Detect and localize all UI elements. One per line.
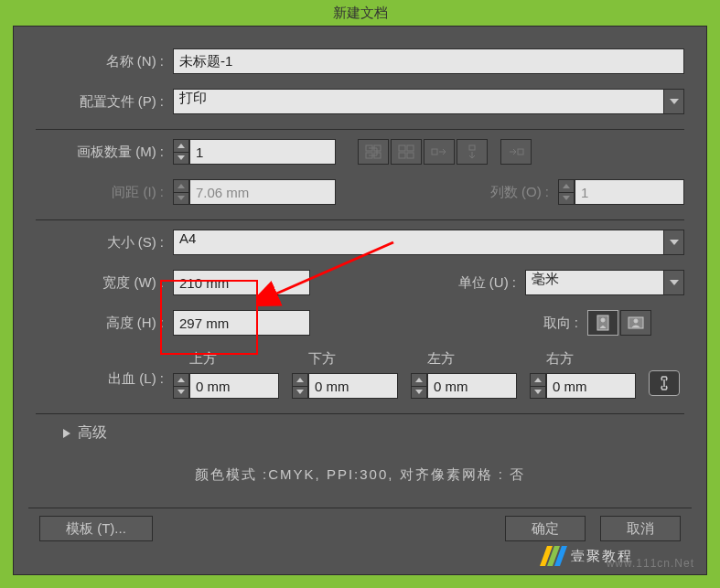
chevron-down-icon[interactable] xyxy=(664,270,684,295)
svg-marker-19 xyxy=(670,280,679,285)
color-mode-info: 颜色模式 :CMYK, PPI:300, 对齐像素网格 : 否 xyxy=(36,459,684,500)
svg-marker-18 xyxy=(670,240,679,245)
layout-grid2-icon[interactable] xyxy=(391,139,422,165)
svg-rect-11 xyxy=(432,149,437,155)
svg-marker-24 xyxy=(177,378,185,382)
svg-rect-13 xyxy=(518,149,523,155)
svg-marker-0 xyxy=(670,99,679,104)
svg-rect-10 xyxy=(407,153,414,158)
svg-rect-7 xyxy=(399,145,405,151)
artboards-label: 画板数量 (M) : xyxy=(36,144,173,161)
layout-row-icon[interactable] xyxy=(424,139,455,165)
columns-spinner[interactable] xyxy=(558,179,575,205)
artboards-spinner[interactable] xyxy=(173,139,189,165)
svg-point-23 xyxy=(634,319,638,323)
landscape-icon[interactable] xyxy=(620,310,651,336)
svg-marker-26 xyxy=(296,378,304,382)
width-row: 宽度 (W) : 单位 (U) : 毫米 xyxy=(36,270,684,295)
svg-marker-14 xyxy=(177,184,185,188)
link-bleed-icon[interactable] xyxy=(649,370,680,396)
profile-row: 配置文件 (P) : 打印 xyxy=(36,89,684,114)
name-input[interactable] xyxy=(173,48,684,74)
bleed-bottom-spinner[interactable] xyxy=(292,373,308,399)
bleed-top-input[interactable] xyxy=(189,373,279,399)
svg-marker-2 xyxy=(177,155,185,160)
svg-marker-29 xyxy=(415,390,423,394)
svg-marker-27 xyxy=(296,390,304,394)
columns-input[interactable] xyxy=(575,179,684,205)
svg-marker-28 xyxy=(415,378,423,382)
svg-point-21 xyxy=(601,318,605,322)
bleed-bottom-label: 下方 xyxy=(292,350,398,368)
spacing-input[interactable] xyxy=(189,179,336,205)
bleed-row: 出血 (L) : 上方 下方 xyxy=(36,350,684,399)
svg-rect-9 xyxy=(399,153,405,158)
width-input[interactable] xyxy=(173,270,310,295)
height-row: 高度 (H) : 取向 : xyxy=(36,310,684,336)
portrait-icon[interactable] xyxy=(587,310,618,336)
dialog-title: 新建文档 xyxy=(0,0,720,26)
watermark-url: www.111cn.Net xyxy=(607,557,694,570)
spacing-row: 间距 (I) : 列数 (O) : xyxy=(36,179,684,205)
svg-marker-32 xyxy=(63,429,70,438)
cancel-button[interactable]: 取消 xyxy=(600,516,681,541)
template-button[interactable]: 模板 (T)... xyxy=(39,516,153,541)
height-label: 高度 (H) : xyxy=(36,315,173,332)
size-label: 大小 (S) : xyxy=(36,234,173,251)
columns-label: 列数 (O) : xyxy=(490,184,558,201)
spacing-label: 间距 (I) : xyxy=(36,184,173,201)
bleed-top-label: 上方 xyxy=(173,350,279,368)
svg-rect-8 xyxy=(407,145,414,151)
name-label: 名称 (N) : xyxy=(36,53,173,70)
profile-dropdown[interactable]: 打印 xyxy=(173,89,684,114)
artboards-input[interactable] xyxy=(189,139,336,165)
size-row: 大小 (S) : A4 xyxy=(36,230,684,255)
svg-marker-30 xyxy=(534,378,542,382)
width-label: 宽度 (W) : xyxy=(36,274,173,292)
profile-label: 配置文件 (P) : xyxy=(36,93,173,111)
bleed-right-input[interactable] xyxy=(546,373,636,399)
chevron-down-icon[interactable] xyxy=(664,230,684,255)
layout-grid-icon[interactable] xyxy=(358,139,389,165)
orientation-label: 取向 : xyxy=(543,315,587,332)
svg-marker-1 xyxy=(177,144,185,148)
size-dropdown[interactable]: A4 xyxy=(173,230,684,255)
ok-button[interactable]: 确定 xyxy=(505,516,586,541)
layout-col-icon[interactable] xyxy=(457,139,488,165)
bleed-left-spinner[interactable] xyxy=(411,373,427,399)
chevron-down-icon[interactable] xyxy=(664,89,684,114)
bleed-left-label: 左方 xyxy=(411,350,517,368)
bleed-right-spinner[interactable] xyxy=(530,373,546,399)
bleed-label: 出血 (L) : xyxy=(36,370,173,388)
bleed-top-spinner[interactable] xyxy=(173,373,189,399)
name-row: 名称 (N) : xyxy=(36,48,684,74)
svg-marker-25 xyxy=(177,390,185,394)
svg-marker-15 xyxy=(177,196,185,200)
dialog-body: 名称 (N) : 配置文件 (P) : 打印 画板数量 (M) : xyxy=(13,26,707,575)
artboards-row: 画板数量 (M) : xyxy=(36,139,684,165)
bleed-right-label: 右方 xyxy=(530,350,636,368)
svg-marker-31 xyxy=(534,390,542,394)
layout-single-icon[interactable] xyxy=(500,139,532,165)
bleed-left-input[interactable] xyxy=(427,373,517,399)
svg-marker-17 xyxy=(563,196,570,200)
units-label: 单位 (U) : xyxy=(458,274,525,292)
height-input[interactable] xyxy=(173,310,310,336)
bleed-bottom-input[interactable] xyxy=(308,373,398,399)
advanced-toggle[interactable]: 高级 xyxy=(36,423,684,443)
svg-rect-12 xyxy=(469,145,475,150)
svg-marker-16 xyxy=(563,184,570,188)
spacing-spinner[interactable] xyxy=(173,179,189,205)
units-dropdown[interactable]: 毫米 xyxy=(525,270,684,295)
